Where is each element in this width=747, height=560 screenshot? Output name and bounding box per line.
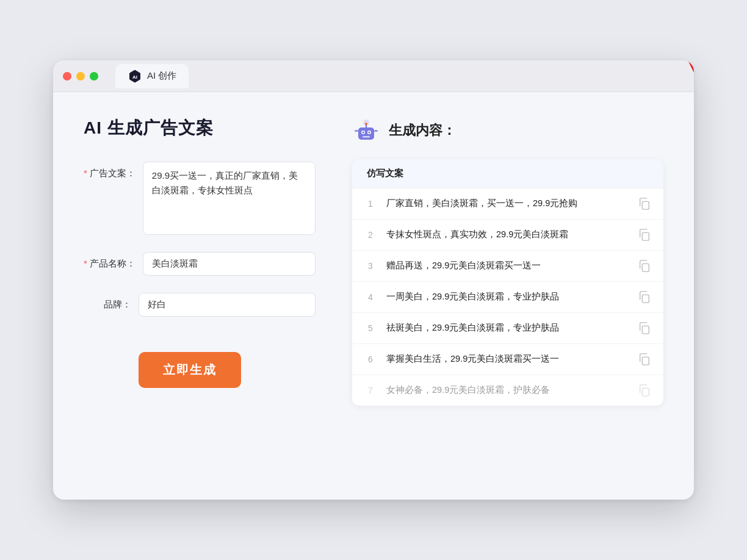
row-text: 专抹女性斑点，真实功效，29.9元美白淡斑霜 (386, 228, 628, 242)
ad-copy-input[interactable]: 29.9买一送一，真正的厂家直销，美白淡斑霜，专抹女性斑点 (143, 162, 316, 235)
ai-tab-icon: AI (128, 69, 142, 84)
svg-text:AI: AI (132, 74, 137, 80)
svg-rect-14 (642, 232, 649, 240)
result-row: 7女神必备，29.9元美白淡斑霜，护肤必备 (352, 375, 663, 406)
close-button[interactable] (63, 72, 71, 81)
result-row[interactable]: 1厂家直销，美白淡斑霜，买一送一，29.9元抢购 (352, 188, 663, 220)
title-bar: AI AI 创作 (53, 60, 694, 92)
copy-icon[interactable] (638, 197, 651, 210)
result-row[interactable]: 5祛斑美白，29.9元美白淡斑霜，专业护肤品 (352, 313, 663, 344)
browser-window: AI AI 创作 AI 生成广告文案 广告文案： 29.9买一送一，真正的厂家直… (53, 60, 694, 500)
row-text: 祛斑美白，29.9元美白淡斑霜，专业护肤品 (386, 321, 628, 335)
svg-rect-16 (642, 295, 649, 303)
right-header: 生成内容： (352, 117, 663, 145)
svg-rect-15 (642, 264, 649, 271)
row-text: 掌握美白生活，29.9元美白淡斑霜买一送一 (386, 353, 628, 366)
ad-copy-group: 广告文案： 29.9买一送一，真正的厂家直销，美白淡斑霜，专抹女性斑点 (84, 162, 316, 235)
result-row[interactable]: 4一周美白，29.9元美白淡斑霜，专业护肤品 (352, 282, 663, 313)
right-panel: 生成内容： 仿写文案 1厂家直销，美白淡斑霜，买一送一，29.9元抢购 2专抹女… (352, 117, 663, 470)
svg-rect-8 (363, 136, 370, 138)
tab-label: AI 创作 (147, 70, 176, 82)
svg-point-10 (365, 123, 367, 125)
row-text: 女神必备，29.9元美白淡斑霜，护肤必备 (386, 384, 628, 397)
copy-icon[interactable] (638, 228, 651, 242)
row-number: 5 (364, 323, 377, 333)
row-number: 4 (364, 292, 377, 302)
svg-rect-19 (642, 388, 649, 396)
row-number: 1 (364, 199, 377, 209)
copy-icon (638, 384, 651, 397)
product-name-group: 产品名称： (84, 252, 316, 276)
row-text: 一周美白，29.9元美白淡斑霜，专业护肤品 (386, 290, 628, 304)
row-text: 厂家直销，美白淡斑霜，买一送一，29.9元抢购 (386, 197, 628, 210)
result-row[interactable]: 6掌握美白生活，29.9元美白淡斑霜买一送一 (352, 344, 663, 375)
svg-rect-17 (642, 326, 649, 334)
brand-label: 品牌： (84, 293, 139, 311)
product-name-label: 产品名称： (84, 252, 143, 270)
robot-icon (352, 117, 380, 145)
svg-rect-18 (642, 357, 649, 365)
brand-input[interactable] (139, 293, 316, 317)
copy-icon[interactable] (638, 259, 651, 273)
copy-icon[interactable] (638, 290, 651, 304)
page-title: AI 生成广告文案 (84, 117, 316, 140)
traffic-lights (63, 72, 98, 81)
svg-point-6 (363, 132, 364, 134)
result-row[interactable]: 2专抹女性斑点，真实功效，29.9元美白淡斑霜 (352, 220, 663, 251)
right-panel-title: 生成内容： (389, 121, 456, 140)
svg-rect-11 (355, 130, 358, 132)
copy-icon[interactable] (638, 321, 651, 335)
results-list: 1厂家直销，美白淡斑霜，买一送一，29.9元抢购 2专抹女性斑点，真实功效，29… (352, 188, 663, 406)
active-tab[interactable]: AI AI 创作 (115, 64, 189, 88)
maximize-button[interactable] (90, 72, 98, 81)
svg-rect-3 (358, 127, 374, 140)
row-text: 赠品再送，29.9元美白淡斑霜买一送一 (386, 259, 628, 273)
ad-copy-label: 广告文案： (84, 162, 143, 179)
minimize-button[interactable] (76, 72, 85, 81)
svg-point-7 (369, 132, 370, 134)
row-number: 6 (364, 354, 377, 364)
result-table: 仿写文案 1厂家直销，美白淡斑霜，买一送一，29.9元抢购 2专抹女性斑点，真实… (352, 159, 663, 406)
generate-button[interactable]: 立即生成 (139, 352, 241, 388)
main-content: AI 生成广告文案 广告文案： 29.9买一送一，真正的厂家直销，美白淡斑霜，专… (53, 92, 694, 495)
row-number: 3 (364, 261, 377, 271)
row-number: 7 (364, 386, 377, 395)
brand-group: 品牌： (84, 293, 316, 317)
svg-rect-13 (642, 201, 649, 209)
result-row[interactable]: 3赠品再送，29.9元美白淡斑霜买一送一 (352, 251, 663, 282)
copy-icon[interactable] (638, 353, 651, 366)
svg-rect-12 (374, 130, 378, 132)
left-panel: AI 生成广告文案 广告文案： 29.9买一送一，真正的厂家直销，美白淡斑霜，专… (84, 117, 316, 470)
row-number: 2 (364, 230, 377, 240)
product-name-input[interactable] (143, 252, 316, 276)
result-table-header: 仿写文案 (352, 159, 663, 188)
